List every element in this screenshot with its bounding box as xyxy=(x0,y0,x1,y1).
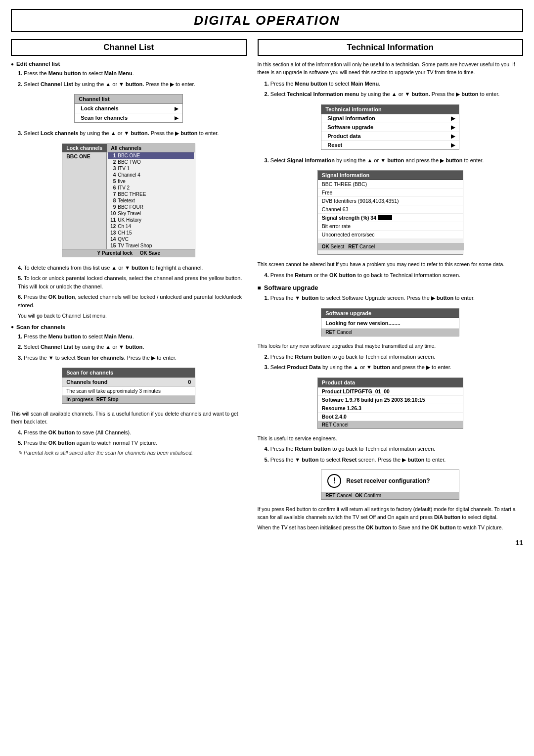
table-row: 3ITV 1 xyxy=(108,165,194,172)
prod-row-software: Software 1.9.76 build jun 25 2003 16:10:… xyxy=(318,396,463,404)
signal-info-box-header: Signal information xyxy=(318,171,463,180)
sig-row-dvb: DVB Identifiers (9018,4103,4351) xyxy=(318,197,463,205)
sw-step-3: 3. Select Product Data by using the ▲ or… xyxy=(258,363,523,372)
scan-channels-heading: Scan for channels xyxy=(11,324,247,330)
reset-box: ! Reset receiver configuration? RET Canc… xyxy=(321,470,459,500)
ok-confirm-reset: OK Confirm xyxy=(355,493,381,498)
table-row: 14QVC xyxy=(108,236,194,242)
sig-row-bit: Bit error rate xyxy=(318,222,463,231)
table-row: 12Ch 14 xyxy=(108,223,194,230)
step-2-left: 2. Select Channel List by using the ▲ or… xyxy=(11,80,247,89)
scan-box-header: Scan for channels xyxy=(62,368,195,378)
software-upgrade-item[interactable]: Software upgrade ▶ xyxy=(321,123,459,132)
prod-row-boot: Boot 2.4.0 xyxy=(318,413,463,421)
table-row: 11UK History xyxy=(108,217,194,223)
sig-row-uncorrected: Uncorrected errors/sec xyxy=(318,231,463,239)
reset-item[interactable]: Reset ▶ xyxy=(321,141,459,149)
table-row: 10Sky Travel xyxy=(108,210,194,217)
signal-info-arrow: ▶ xyxy=(451,115,455,122)
scan-note: The scan will take approximately 3 minut… xyxy=(62,387,195,396)
product-data-item[interactable]: Product data ▶ xyxy=(321,132,459,141)
table-row: 5five xyxy=(108,178,194,185)
ret-cancel-key: RET Cancel xyxy=(348,244,375,249)
ok-select-key: OK Select xyxy=(322,244,345,249)
step-5-lock-unlock: 5. To lock or unlock parental locked cha… xyxy=(11,274,247,290)
channels-found-value: 0 xyxy=(188,379,191,385)
sig-row-channel: Channel 63 xyxy=(318,205,463,214)
sig-row-free: Free xyxy=(318,189,463,197)
scan-step-1: 1. Press the Menu button to select Main … xyxy=(11,332,247,341)
scan-channels-item[interactable]: Scan for channels ▶ xyxy=(75,113,182,122)
signal-footer: OK Select RET Cancel xyxy=(318,243,464,250)
table-row: 1BBC ONE xyxy=(108,152,194,159)
lock-channels-label: Lock channels xyxy=(81,105,118,111)
left-column: Channel List Edit channel list 1. Press … xyxy=(11,39,247,458)
sw-step-1: 1. Press the ▼ button to select Software… xyxy=(258,294,523,302)
sig-strength-label: Signal strength (%) 34 xyxy=(322,215,376,221)
prod-step-5: 5. Press the ▼ button to select Reset sc… xyxy=(258,456,523,464)
prod-footer: RET Cancel xyxy=(318,421,463,428)
channel-list-box-header: Channel list xyxy=(75,94,182,104)
page-header: DIGITAL OPERATION xyxy=(11,9,523,32)
reset-note-1: If you press Red button to confirm it wi… xyxy=(258,506,523,521)
channel-list-return-note: You will go back to Channel List menu. xyxy=(18,312,247,320)
table-row: 8Teletext xyxy=(108,197,194,204)
step-3-lock: 3. Select Lock channels by using the ▲ o… xyxy=(11,129,247,138)
tech-step-2: 2. Select Technical Information menu by … xyxy=(258,90,523,98)
sw-looking: Looking for new version........ xyxy=(321,318,459,329)
software-upgrade-arrow: ▶ xyxy=(451,124,455,131)
lock-channels-item[interactable]: Lock channels ▶ xyxy=(75,104,182,113)
ok-save-key: OK Save xyxy=(140,250,160,256)
table-row: 4Channel 4 xyxy=(108,172,194,178)
product-data-arrow: ▶ xyxy=(451,133,455,140)
tech-menu-box: Technical information Signal information… xyxy=(321,104,459,150)
bbc-one-label: BBC ONE xyxy=(62,152,107,249)
signal-info-item[interactable]: Signal information ▶ xyxy=(321,114,459,123)
software-upgrade-label: Software upgrade xyxy=(327,124,373,130)
scan-channels-arrow: ▶ xyxy=(175,115,178,121)
warning-icon: ! xyxy=(327,474,341,488)
tech-info-title: Technical Information xyxy=(258,39,523,56)
tech-menu-header: Technical information xyxy=(321,105,459,114)
parental-lock-key: Y Parental lock xyxy=(97,250,133,256)
sw-step-2: 2. Press the Return button to go back to… xyxy=(258,353,523,361)
lock-table-footer: Y Parental lock OK Save xyxy=(62,249,195,257)
sw-box: Software upgrade Looking for new version… xyxy=(321,308,459,336)
signal-screen-note: This screen cannot be altered but if you… xyxy=(258,261,523,269)
ret-stop-key: RET Stop xyxy=(96,397,119,402)
tech-step-4: 4. Press the Return or the OK button to … xyxy=(258,271,523,280)
tech-step-1: 1. Press the Menu button to select Main … xyxy=(258,80,523,88)
table-row: 2BBC TWO xyxy=(108,159,194,165)
step-4-delete: 4. To delete channels from this list use… xyxy=(11,264,247,272)
reset-footer: RET Cancel OK Confirm xyxy=(321,492,459,499)
reset-text: Reset receiver configuration? xyxy=(346,477,430,484)
sig-strength-bar xyxy=(378,215,392,220)
prod-box-header: Product data xyxy=(318,378,463,387)
signal-info-label: Signal information xyxy=(327,115,375,121)
table-row: 9BBC FOUR xyxy=(108,204,194,210)
table-row: 6ITV 2 xyxy=(108,185,194,191)
reset-content: ! Reset receiver configuration? xyxy=(321,470,459,492)
reset-arrow: ▶ xyxy=(451,142,455,148)
parental-lock-note: Parental lock is still saved after the s… xyxy=(11,450,247,456)
table-row: 13CH 15 xyxy=(108,230,194,236)
scan-step-4: 4. Press the OK button to save (All Chan… xyxy=(11,428,247,437)
prod-row-resourse: Resourse 1.26.3 xyxy=(318,404,463,413)
table-row: 15TV Travel Shop xyxy=(108,242,194,249)
scan-footer: In progress RET Stop xyxy=(62,396,195,403)
step-1-left: 1. Press the Menu button to select Main … xyxy=(11,69,247,78)
scan-box: Scan for channels Channels found 0 The s… xyxy=(62,368,195,404)
sig-strength-row: Signal strength (%) 34 xyxy=(318,214,463,222)
scan-note-2: This will scan all available channels. T… xyxy=(11,410,247,426)
channel-list-box: Channel list Lock channels ▶ Scan for ch… xyxy=(74,94,183,123)
scan-step-3: 3. Press the ▼ to select Scan for channe… xyxy=(11,354,247,362)
ret-cancel-reset: RET Cancel xyxy=(325,493,352,498)
right-column: Technical Information In this section a … xyxy=(258,39,523,534)
channel-list-title: Channel List xyxy=(11,39,247,56)
prod-note: This is useful to service engineers. xyxy=(258,435,523,443)
table-row: 7BBC THREE xyxy=(108,191,194,197)
signal-info-box: Signal information BBC THREE (BBC) Free … xyxy=(317,170,463,255)
lock-table: Lock channels All channels BBC ONE 1BBC … xyxy=(62,143,195,257)
scan-channels-label: Scan for channels xyxy=(81,115,128,121)
step-6-ok: 6. Press the OK button, selected channel… xyxy=(11,293,247,309)
